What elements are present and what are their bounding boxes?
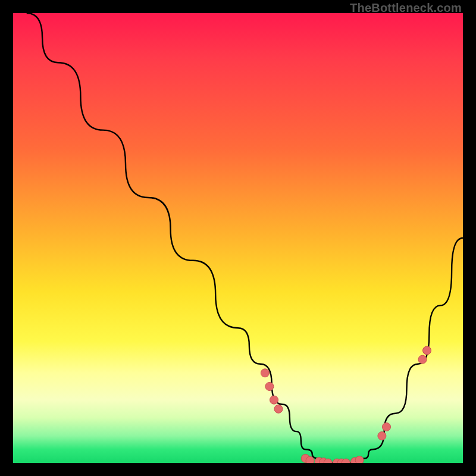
chart-svg (13, 13, 463, 463)
data-marker (274, 405, 283, 413)
data-marker (265, 383, 274, 391)
data-marker (423, 346, 431, 355)
data-marker (270, 396, 278, 404)
data-marker (261, 369, 269, 377)
bottleneck-curve (27, 13, 463, 463)
watermark-text: TheBottleneck.com (350, 1, 462, 15)
chart-frame: TheBottleneck.com (0, 0, 476, 476)
plot-area (13, 13, 463, 463)
data-marker (355, 456, 364, 464)
data-marker (378, 432, 386, 440)
data-marker (306, 456, 314, 463)
data-marker (383, 423, 391, 431)
data-marker (418, 355, 427, 364)
